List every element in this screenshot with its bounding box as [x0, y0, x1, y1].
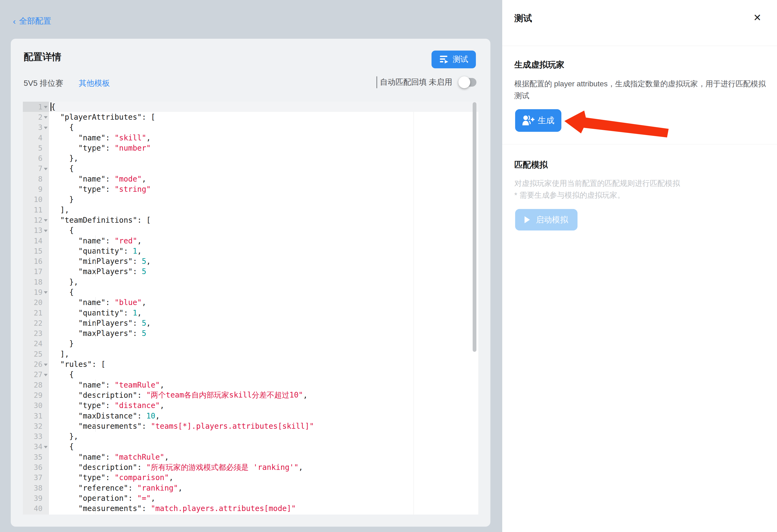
code-line[interactable]: 26 "rules": [ [23, 359, 478, 369]
start-simulation-button[interactable]: 启动模拟 [515, 209, 577, 230]
code-line[interactable]: 5 "type": "number" [23, 143, 478, 153]
code-text[interactable]: { [49, 122, 478, 133]
tab-other-template[interactable]: 其他模板 [79, 78, 110, 89]
fold-arrow-icon[interactable] [44, 219, 47, 222]
code-line[interactable]: 31 "maxDistance": 10, [23, 411, 478, 421]
code-text[interactable]: "teamDefinitions": [ [49, 215, 478, 225]
fold-arrow-icon[interactable] [44, 127, 47, 129]
back-to-all-configs-link[interactable]: ‹ 全部配置 [13, 16, 51, 27]
code-line[interactable]: 33 }, [23, 431, 478, 442]
code-text[interactable]: "quantity": 1, [49, 308, 478, 318]
code-text[interactable]: "name": "blue", [49, 298, 478, 308]
code-line[interactable]: 18 }, [23, 277, 478, 287]
code-text[interactable]: { [49, 287, 478, 297]
code-line[interactable]: 39 "operation": "=", [23, 493, 478, 503]
editor-scrollbar[interactable] [473, 102, 476, 352]
code-line[interactable]: 10 } [23, 195, 478, 205]
code-text[interactable]: "description": "所有玩家的游戏模式都必须是 'ranking'"… [49, 462, 478, 472]
code-text[interactable]: "name": "mode", [49, 174, 478, 184]
code-text[interactable]: { [49, 164, 478, 174]
code-text[interactable]: "name": "red", [49, 236, 478, 246]
code-text[interactable]: "reference": "ranking", [49, 483, 478, 493]
code-text[interactable]: "type": "number" [49, 143, 478, 153]
code-text[interactable]: "quantity": 1, [49, 246, 478, 256]
code-line[interactable]: 32 "measurements": "teams[*].players.att… [23, 421, 478, 431]
code-text[interactable]: "name": "skill", [49, 133, 478, 143]
code-line[interactable]: 38 "reference": "ranking", [23, 483, 478, 493]
code-line[interactable]: 30 "type": "distance", [23, 401, 478, 411]
code-line[interactable]: 27 { [23, 369, 478, 380]
code-line[interactable]: 29 "description": "两个team各自内部玩家skill分差不超… [23, 390, 478, 400]
code-line[interactable]: 19 { [23, 287, 478, 297]
code-editor[interactable]: 1{2 "playerAttributes": [3 {4 "name": "s… [23, 102, 478, 515]
code-line[interactable]: 28 "name": "teamRule", [23, 380, 478, 390]
fold-arrow-icon[interactable] [44, 168, 47, 170]
code-text[interactable]: "rules": [ [49, 359, 478, 369]
code-text[interactable]: "name": "matchRule", [49, 452, 478, 462]
code-text[interactable]: "measurements": "match.players.attribute… [49, 504, 478, 514]
code-text[interactable]: { [49, 225, 478, 236]
code-text[interactable]: } [49, 339, 478, 349]
code-text[interactable]: }, [49, 431, 478, 442]
code-text[interactable]: "operation": "=", [49, 493, 478, 503]
code-text[interactable]: } [49, 514, 478, 515]
fold-arrow-icon[interactable] [44, 116, 47, 119]
test-button[interactable]: 测试 [432, 50, 476, 68]
code-text[interactable]: "maxPlayers": 5 [49, 267, 478, 277]
code-text[interactable]: "playerAttributes": [ [49, 112, 478, 122]
code-text[interactable]: "maxPlayers": 5 [49, 328, 478, 339]
fold-arrow-icon[interactable] [44, 363, 47, 366]
code-text[interactable]: } [49, 195, 478, 205]
code-line[interactable]: 16 "minPlayers": 5, [23, 256, 478, 266]
code-line[interactable]: 1{ [23, 102, 478, 112]
code-line[interactable]: 14 "name": "red", [23, 236, 478, 246]
code-line[interactable]: 8 "name": "mode", [23, 174, 478, 184]
code-text[interactable]: }, [49, 153, 478, 163]
code-line[interactable]: 11 ], [23, 205, 478, 215]
code-line[interactable]: 2 "playerAttributes": [ [23, 112, 478, 122]
tab-5v5-ranked[interactable]: 5V5 排位赛 [24, 78, 63, 89]
code-line[interactable]: 40 "measurements": "match.players.attrib… [23, 504, 478, 514]
code-text[interactable]: }, [49, 277, 478, 287]
code-line[interactable]: 9 "type": "string" [23, 184, 478, 194]
code-line[interactable]: 6 }, [23, 153, 478, 163]
code-text[interactable]: "minPlayers": 5, [49, 318, 478, 328]
code-line[interactable]: 3 { [23, 122, 478, 133]
code-text[interactable]: "measurements": "teams[*].players.attrib… [49, 421, 478, 431]
fold-arrow-icon[interactable] [44, 230, 47, 232]
code-text[interactable]: ], [49, 349, 478, 359]
code-text[interactable]: "description": "两个team各自内部玩家skill分差不超过10… [49, 390, 478, 400]
generate-button[interactable]: 生成 [515, 109, 561, 132]
code-text[interactable]: { [49, 369, 478, 380]
code-line[interactable]: 20 "name": "blue", [23, 298, 478, 308]
fold-arrow-icon[interactable] [44, 446, 47, 448]
code-text[interactable]: "minPlayers": 5, [49, 256, 478, 266]
code-line[interactable]: 22 "minPlayers": 5, [23, 318, 478, 328]
code-line[interactable]: 13 { [23, 225, 478, 236]
code-line[interactable]: 21 "quantity": 1, [23, 308, 478, 318]
code-line[interactable]: 37 "type": "comparison", [23, 472, 478, 483]
code-text[interactable]: "type": "distance", [49, 401, 478, 411]
code-text[interactable]: { [49, 442, 478, 452]
close-icon[interactable]: ✕ [753, 13, 761, 23]
code-line[interactable]: 36 "description": "所有玩家的游戏模式都必须是 'rankin… [23, 462, 478, 472]
code-line[interactable]: 35 "name": "matchRule", [23, 452, 478, 462]
code-line[interactable]: 7 { [23, 164, 478, 174]
code-line[interactable]: 4 "name": "skill", [23, 133, 478, 143]
autofill-toggle[interactable] [459, 78, 476, 87]
code-line[interactable]: 24 } [23, 339, 478, 349]
fold-arrow-icon[interactable] [44, 374, 47, 376]
code-line[interactable]: 41 } [23, 514, 478, 515]
code-text[interactable]: { [49, 102, 478, 112]
code-line[interactable]: 12 "teamDefinitions": [ [23, 215, 478, 225]
code-line[interactable]: 15 "quantity": 1, [23, 246, 478, 256]
code-line[interactable]: 23 "maxPlayers": 5 [23, 328, 478, 339]
code-line[interactable]: 25 ], [23, 349, 478, 359]
code-text[interactable]: "type": "comparison", [49, 472, 478, 483]
fold-arrow-icon[interactable] [44, 106, 47, 108]
code-text[interactable]: ], [49, 205, 478, 215]
code-text[interactable]: "name": "teamRule", [49, 380, 478, 390]
code-line[interactable]: 34 { [23, 442, 478, 452]
code-text[interactable]: "type": "string" [49, 184, 478, 194]
code-line[interactable]: 17 "maxPlayers": 5 [23, 267, 478, 277]
